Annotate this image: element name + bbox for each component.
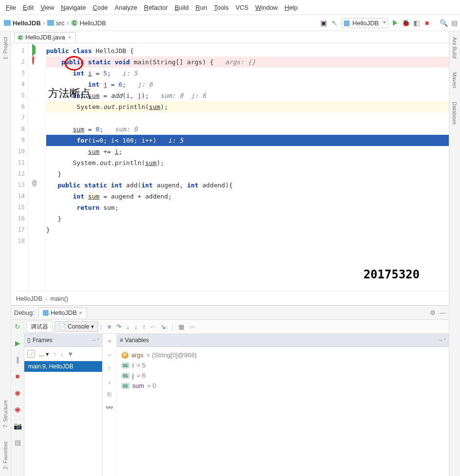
crumb-src[interactable]: src (56, 19, 64, 27)
maven-tool-tab[interactable]: Maven (452, 70, 458, 90)
step-out-icon[interactable]: ↑ (142, 323, 146, 330)
search-icon[interactable]: 🔍 (440, 19, 447, 27)
thread-dropdown[interactable]: ... ▾ (39, 350, 49, 358)
drop-frame-icon[interactable]: ⤺ (150, 323, 156, 330)
database-tool-tab[interactable]: Database (452, 100, 458, 127)
add-watch-icon[interactable]: ＋ (106, 337, 113, 346)
code-line[interactable]: System.out.println(sum); (46, 157, 449, 168)
settings-icon[interactable]: ▤ (450, 19, 458, 27)
code-line[interactable]: sum = 0; sum: 0 (46, 124, 449, 135)
code-line[interactable]: public static int add(int augend, int ad… (46, 180, 449, 191)
up-icon[interactable]: ↑ (108, 365, 111, 372)
code-line[interactable]: sum += i; (46, 146, 449, 157)
pause-icon[interactable]: ‖ (14, 356, 21, 364)
code-line[interactable] (46, 112, 449, 124)
code-line[interactable] (46, 236, 449, 247)
step-over-icon[interactable]: ↷ (116, 323, 122, 330)
code-line[interactable]: int sum = add(i, j); sum: 0 j: 6 (46, 90, 449, 101)
menu-refactor[interactable]: Refactor (141, 3, 171, 12)
console-tab[interactable]: 📄 Console ▾ (54, 321, 98, 332)
breakpoint-gutter[interactable]: @ (28, 43, 46, 291)
code-line[interactable]: public class HelloJDB { (46, 45, 449, 56)
run-to-cursor-icon[interactable]: ↘ᵢ (160, 323, 167, 330)
more-icon[interactable]: ▤ (14, 439, 21, 446)
menu-build[interactable]: Build (172, 3, 192, 12)
resume-icon[interactable]: ▶ (14, 339, 21, 347)
filter-icon[interactable]: ▼ (67, 350, 73, 358)
structure-tool-tab[interactable]: 7: Structure (2, 398, 8, 430)
code-line[interactable]: } (46, 213, 449, 224)
remove-watch-icon[interactable]: − (107, 351, 111, 359)
crumb-class[interactable]: HelloJDB (16, 295, 42, 302)
debugger-tab[interactable]: 调试器 (26, 321, 53, 333)
run-config-dropdown[interactable]: HelloJDB (341, 18, 388, 28)
evaluate-icon[interactable]: ▦ (178, 323, 184, 330)
force-step-into-icon[interactable]: ↓ (134, 323, 138, 330)
stack-frame[interactable]: main:9, HelloJDB (24, 361, 102, 372)
menu-code[interactable]: Code (90, 3, 111, 12)
code-line[interactable]: int i = 5; i: 5 (46, 68, 449, 79)
watermark: 20175320 (363, 268, 420, 281)
gear-icon[interactable]: ⚙ (430, 309, 436, 316)
code-line[interactable]: } (46, 168, 449, 180)
variable-row[interactable]: 01i = 5 (122, 360, 444, 370)
close-icon[interactable]: × (79, 309, 83, 316)
crumb-method[interactable]: main() (51, 295, 69, 302)
code-line[interactable]: return sum; (46, 202, 449, 213)
left-tool-strip: 1: Project 7: Structure 2: Favorites (0, 31, 11, 476)
ant-tool-tab[interactable]: Ant Build (452, 35, 458, 60)
run-icon[interactable] (391, 19, 399, 27)
camera-icon[interactable]: 📷 (14, 422, 21, 430)
editor-tab[interactable]: C HelloJDB.java × (14, 32, 76, 42)
menu-navigate[interactable]: Navigate (58, 3, 88, 12)
code-line[interactable]: int j = 6; j: 6 (46, 79, 449, 90)
right-tool-strip: Ant Build Maven Database (449, 31, 460, 476)
run-target-icon[interactable]: ▣ (320, 19, 328, 27)
debug-config-tab[interactable]: HelloJDB × (38, 308, 87, 317)
hammer-icon[interactable]: ↖ (331, 19, 338, 27)
show-exec-point-icon[interactable]: ≡ (107, 323, 111, 330)
variable-row[interactable]: Pargs = {String[0]@968} (122, 350, 444, 360)
menu-window[interactable]: Window (252, 3, 281, 12)
menu-vcs[interactable]: VCS (232, 3, 251, 12)
code-line[interactable]: System.out.println(sum); (46, 101, 449, 112)
menu-view[interactable]: View (37, 3, 57, 12)
debug-subtabs: 调试器 📄 Console ▾ | ≡ ↷ ↓ ↓ ↑ ⤺ ↘ᵢ | ▦ (24, 320, 449, 334)
menu-analyze[interactable]: Analyze (112, 3, 140, 12)
stop-icon[interactable]: ■ (14, 372, 21, 380)
copy-icon[interactable]: ⎘ (107, 391, 111, 398)
coverage-icon[interactable]: ◧ (412, 19, 420, 27)
menu-run[interactable]: Run (193, 3, 210, 12)
variable-row[interactable]: 01j = 6 (122, 370, 444, 381)
code-line[interactable]: int sum = augend + addend; (46, 191, 449, 202)
debug-icon[interactable]: 🐞 (402, 19, 409, 27)
view-bp-icon[interactable]: ◉ (14, 389, 21, 397)
menu-help[interactable]: Help (282, 3, 301, 12)
menu-file[interactable]: File (3, 3, 19, 12)
favorites-tool-tab[interactable]: 2: Favorites (2, 439, 8, 471)
code-content[interactable]: public class HelloJDB { public static vo… (46, 43, 449, 291)
variable-row[interactable]: 01sum = 0 (122, 381, 444, 391)
crumb-project[interactable]: HelloJDB (13, 19, 41, 27)
down-icon[interactable]: ↓ (108, 378, 111, 385)
rerun-icon[interactable]: ↻ (14, 323, 21, 330)
next-frame-icon[interactable]: ↓ (60, 350, 64, 358)
code-line[interactable]: for(i=0; i< 100; i++) i: 5 (46, 135, 449, 146)
watches-icon[interactable]: 👓 (106, 404, 113, 411)
thread-check-icon[interactable]: ✓ (27, 350, 35, 358)
step-into-icon[interactable]: ↓ (126, 323, 130, 330)
minimize-icon[interactable]: — (440, 309, 446, 316)
code-line[interactable]: public static void main(String[] args) {… (46, 56, 449, 68)
prev-frame-icon[interactable]: ↑ (53, 350, 56, 358)
mute-bp-icon[interactable]: ◉ (14, 405, 21, 413)
menu-tools[interactable]: Tools (211, 3, 231, 12)
editor[interactable]: 123456789101112131415161718 @ public cla… (11, 43, 449, 291)
project-tool-tab[interactable]: 1: Project (2, 35, 8, 61)
code-line[interactable]: } (46, 224, 449, 236)
crumb-class[interactable]: HelloJDB (80, 19, 106, 27)
trace-icon[interactable]: ≔ (189, 323, 195, 330)
stop-icon[interactable]: ■ (423, 19, 431, 27)
breadcrumb: HelloJDB › src › C HelloJDB (2, 18, 108, 28)
menu-edit[interactable]: Edit (20, 3, 36, 12)
close-icon[interactable]: × (67, 34, 72, 41)
